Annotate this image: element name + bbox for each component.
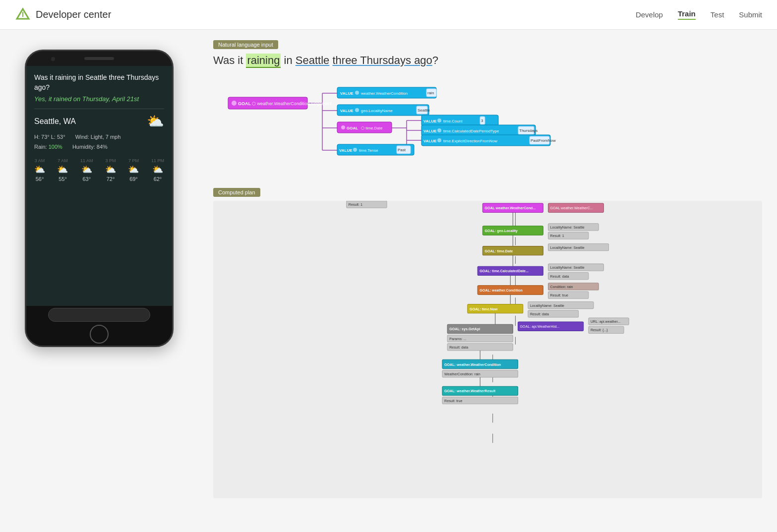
svg-text:Result: 1: Result: 1: [349, 203, 362, 207]
phone-hourly: 3 AM ⛅ 56° 7 AM ⛅ 55° 11 AM ⛅ 63°: [34, 158, 164, 182]
flow-node-4b: Result: 1: [548, 232, 589, 239]
svg-text:Result: data: Result: data: [530, 312, 549, 316]
value-weather-condition: VALUE weather.WeatherCondition rain: [337, 87, 436, 98]
hourly-11pm: 11 PM ⛅ 62°: [151, 158, 164, 182]
svg-text:time.ExplicitDirectionFromNow: time.ExplicitDirectionFromNow: [443, 139, 497, 143]
nav-test[interactable]: Test: [711, 10, 724, 19]
svg-text:Thursdays: Thursdays: [519, 128, 538, 133]
hourly-label-2: 11 AM: [80, 158, 93, 163]
svg-text:VALUE: VALUE: [423, 129, 437, 133]
flow-node-9b: URL: api.weather...: [589, 318, 629, 325]
nl-part-2: in: [281, 54, 295, 66]
svg-text:time.Tense: time.Tense: [359, 148, 378, 153]
phone-camera: [51, 57, 55, 61]
computed-plan-section: Computed plan: [213, 187, 762, 498]
flow-node-1: GOAL weather.WeatherCond...: [482, 203, 543, 212]
flow-node-7b: Result: true: [548, 292, 589, 298]
svg-text:Params: ...: Params: ...: [449, 337, 466, 341]
hourly-3am: 3 AM ⛅ 56°: [34, 158, 45, 182]
hourly-label-0: 3 AM: [35, 158, 45, 163]
nav-submit[interactable]: Submit: [739, 10, 762, 19]
svg-text:⬡ weather.WeatherConditionJudg: ⬡ weather.WeatherConditionJudgement: [252, 101, 332, 106]
phone-section: Was it raining in Seattle three Thursday…: [0, 30, 198, 532]
flow-node-10: GOAL: weather.WeatherCondition: [442, 359, 518, 368]
hourly-label-5: 11 PM: [151, 158, 164, 163]
main-content: Was it raining in Seattle three Thursday…: [0, 30, 777, 532]
value-time-count: VALUE time.Count 3: [421, 115, 498, 126]
svg-text:Result: data: Result: data: [449, 346, 468, 350]
svg-text:GOAL: GOAL: [347, 126, 358, 130]
svg-text:WeatherCondition: rain: WeatherCondition: rain: [444, 372, 480, 376]
phone-question: Was it raining in Seattle three Thursday…: [34, 73, 164, 92]
svg-text:PastFromNow: PastFromNow: [531, 138, 556, 143]
flow-node-9d: Params: ...: [447, 335, 513, 342]
main-nav: Develop Train Test Submit: [636, 9, 762, 20]
hourly-label-4: 7 PM: [128, 158, 139, 163]
svg-point-47: [437, 138, 441, 142]
flow-node-7: GOAL: weather.Condition: [478, 286, 543, 295]
flow-node-7a: Condition: rain: [548, 283, 599, 290]
svg-text:GOAL: sys.GetApi: GOAL: sys.GetApi: [449, 327, 480, 331]
flow-diagram-svg: GOAL weather.WeatherCond... GOAL weather…: [213, 201, 762, 498]
hourly-temp-0: 56°: [36, 176, 44, 182]
nl-three-thursdays: three Thursdays ago: [332, 54, 432, 66]
hourly-3pm: 3 PM ⛅ 72°: [105, 158, 116, 182]
hourly-label-1: 7 AM: [58, 158, 68, 163]
flow-node-6: GOAL: time.CalculatedDate...: [478, 266, 543, 275]
goal-time-date: GOAL ⬡ time.Date: [337, 122, 392, 133]
svg-text:GOAL: time.CalculatedDate...: GOAL: time.CalculatedDate...: [479, 269, 529, 273]
svg-text:geo.LocalityName: geo.LocalityName: [361, 109, 393, 113]
svg-text:LocalityName: Seattle: LocalityName: Seattle: [550, 266, 585, 270]
svg-text:GOAL: time.Now: GOAL: time.Now: [470, 307, 498, 311]
svg-text:Result: {...}: Result: {...}: [591, 328, 608, 332]
svg-text:VALUE: VALUE: [340, 91, 354, 96]
phone-input-bar[interactable]: [48, 308, 150, 322]
parse-tree-svg: GOAL ⬡ weather.WeatherConditionJudgement…: [213, 78, 560, 177]
weather-cloud-icon: ⛅: [147, 113, 164, 129]
wind-info: Wind: Light, 7 mph: [75, 132, 121, 142]
svg-text:LocalityName: Seattle: LocalityName: Seattle: [550, 226, 585, 230]
nl-input-section: Natural language input Was it raining in…: [213, 40, 762, 68]
rain-percent: 100%: [49, 144, 62, 150]
hourly-temp-5: 62°: [154, 176, 162, 182]
flow-node-6b: Result: data: [548, 272, 589, 279]
flow-node-9: GOAL: sys.GetApi: [447, 324, 513, 333]
nl-seattle: Seattle: [296, 54, 330, 66]
phone-bottom: [26, 306, 172, 346]
hourly-temp-2: 63°: [82, 176, 91, 182]
flow-node-5a: LocalityName: Seattle: [548, 243, 609, 250]
svg-text:VALUE: VALUE: [340, 109, 354, 113]
flow-node-10a: WeatherCondition: rain: [442, 370, 518, 377]
nl-part-1: Was it: [213, 54, 246, 66]
flow-node-11a: Result: true: [442, 397, 518, 404]
svg-point-41: [437, 128, 441, 132]
flow-node-4a: LocalityName: Seattle: [548, 224, 599, 231]
value-time-direction: VALUE time.ExplicitDirectionFromNow Past…: [421, 135, 556, 146]
phone-home-button[interactable]: [90, 325, 109, 344]
hourly-icon-0: ⛅: [34, 164, 45, 175]
svg-text:GOAL: GOAL: [238, 101, 251, 106]
nav-train[interactable]: Train: [678, 9, 696, 20]
hourly-7pm: 7 PM ⛅ 69°: [128, 158, 139, 182]
svg-text:weather.WeatherCondition: weather.WeatherCondition: [360, 91, 408, 96]
svg-text:GOAL: time.Date: GOAL: time.Date: [484, 249, 513, 253]
goal-main-node: GOAL ⬡ weather.WeatherConditionJudgement: [228, 97, 332, 109]
logo-area: Developer center: [15, 7, 111, 23]
svg-text:GOAL: weather.Condition: GOAL: weather.Condition: [479, 289, 522, 293]
svg-text:LocalityName: Seattle: LocalityName: Seattle: [530, 303, 564, 307]
nl-section-label: Natural language input: [213, 40, 278, 49]
svg-text:Condition: rain: Condition: rain: [550, 285, 573, 289]
phone-screen: Was it raining in Seattle three Thursday…: [26, 66, 172, 306]
value-time-tense: VALUE time.Tense Past: [337, 144, 414, 155]
parse-section: GOAL ⬡ weather.WeatherConditionJudgement…: [213, 78, 762, 177]
nav-develop[interactable]: Develop: [636, 10, 663, 19]
viv-logo-icon: [15, 7, 31, 23]
svg-text:⬡ time.Date: ⬡ time.Date: [361, 126, 383, 130]
svg-text:VALUE: VALUE: [339, 148, 353, 153]
phone-divider: [34, 109, 164, 109]
phone-city: Seattle, WA: [34, 117, 76, 126]
nl-qmark: ?: [432, 54, 438, 66]
hourly-icon-5: ⛅: [152, 164, 163, 175]
svg-point-53: [353, 148, 357, 152]
flow-node-8a: LocalityName: Seattle: [528, 301, 594, 308]
